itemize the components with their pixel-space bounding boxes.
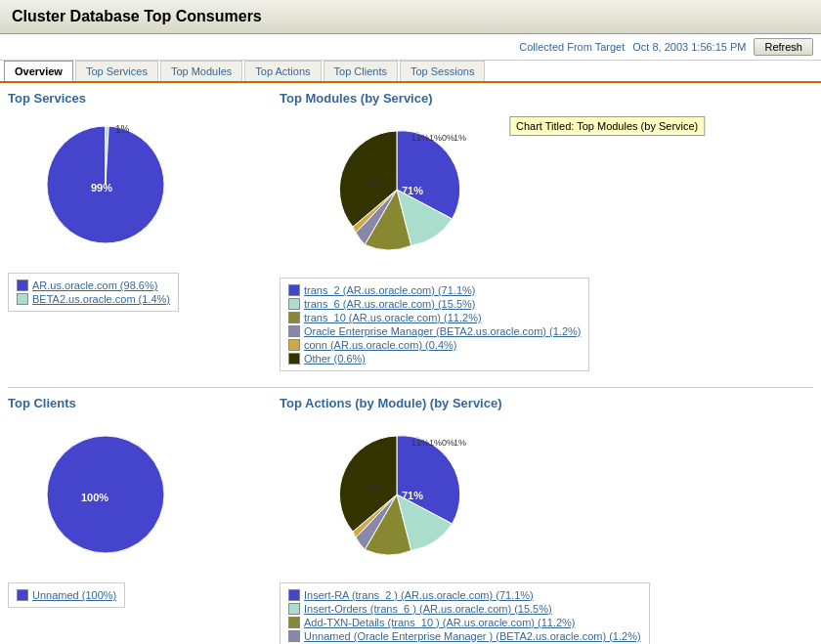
top-clients-svg: 100% — [27, 416, 184, 568]
top-services-pie: 1% 99% — [27, 111, 184, 261]
top-actions-chart-area: 11% 1% 0% 1% 16% 71% Insert-RA (trans_2 … — [280, 416, 813, 644]
legend-item-unnamed-oem[interactable]: Unnamed (Oracle Enterprise Manager ) (BE… — [288, 630, 641, 642]
svg-text:99%: 99% — [91, 182, 112, 193]
svg-text:71%: 71% — [402, 490, 423, 501]
legend-color-trans10 — [288, 312, 300, 323]
top-clients-chart-area: 100% Unnamed (100%) — [8, 416, 264, 608]
top-actions-pie: 11% 1% 0% 1% 16% 71% — [299, 416, 495, 571]
legend-color-insert-orders — [288, 603, 300, 615]
legend-label-beta2: BETA2.us.oracle.com (1.4%) — [32, 293, 170, 305]
top-actions-svg: 11% 1% 0% 1% 16% 71% — [299, 416, 495, 568]
bottom-row: Top Clients 100% Unnamed (100%) To — [8, 396, 813, 644]
legend-item-other-modules[interactable]: Other (0.6%) — [288, 353, 581, 365]
top-row: Top Services 1% 99% — [8, 91, 813, 379]
legend-color-unnamed — [17, 589, 28, 601]
top-modules-tooltip: Chart Titled: Top Modules (by Service) — [509, 116, 705, 136]
page-title: Cluster Database Top Consumers — [12, 8, 262, 24]
collected-value: Oct 8, 2003 1:56:15 PM — [632, 41, 746, 53]
top-modules-legend: trans_2 (AR.us.oracle.com) (71.1%) trans… — [280, 278, 589, 371]
svg-text:1%: 1% — [429, 133, 442, 143]
legend-label-insert-orders: Insert-Orders (trans_6 ) (AR.us.oracle.c… — [304, 603, 552, 615]
legend-label-other-modules: Other (0.6%) — [304, 353, 366, 365]
svg-text:16%: 16% — [367, 482, 385, 492]
top-services-chart-area: 1% 99% AR.us.oracle.com (98.6%) BETA2.us… — [8, 111, 264, 312]
top-services-svg: 1% 99% — [27, 111, 184, 258]
legend-item-trans2[interactable]: trans_2 (AR.us.oracle.com) (71.1%) — [288, 284, 581, 296]
legend-color-conn — [288, 339, 300, 351]
legend-color-unnamed-oem — [288, 630, 300, 642]
top-modules-title: Top Modules (by Service) — [280, 91, 813, 106]
tab-top-modules[interactable]: Top Modules — [160, 61, 242, 81]
top-clients-section: Top Clients 100% Unnamed (100%) — [8, 396, 272, 644]
svg-text:71%: 71% — [402, 185, 423, 196]
legend-color-oem — [288, 325, 300, 337]
tab-top-services[interactable]: Top Services — [75, 61, 158, 81]
legend-item-insert-orders[interactable]: Insert-Orders (trans_6 ) (AR.us.oracle.c… — [288, 603, 641, 615]
divider — [8, 387, 813, 388]
legend-color-trans6 — [288, 298, 300, 310]
top-actions-section: Top Actions (by Module) (by Service) — [272, 396, 813, 644]
legend-color-other-modules — [288, 353, 300, 365]
top-clients-legend: Unnamed (100%) — [8, 582, 125, 608]
legend-item-unnamed[interactable]: Unnamed (100%) — [17, 589, 116, 601]
top-clients-pie: 100% — [27, 416, 184, 571]
legend-label-add-txn: Add-TXN-Details (trans_10 ) (AR.us.oracl… — [304, 617, 576, 628]
tab-overview[interactable]: Overview — [4, 61, 73, 81]
legend-label-insert-ra: Insert-RA (trans_2 ) (AR.us.oracle.com) … — [304, 589, 534, 601]
legend-item-ar[interactable]: AR.us.oracle.com (98.6%) — [17, 279, 170, 291]
legend-item-trans6[interactable]: trans_6 (AR.us.oracle.com) (15.5%) — [288, 298, 581, 310]
page-header: Cluster Database Top Consumers — [0, 0, 821, 34]
top-actions-title: Top Actions (by Module) (by Service) — [280, 396, 813, 410]
nav-tabs: Overview Top Services Top Modules Top Ac… — [0, 61, 821, 83]
top-modules-svg: 11% 1% 0% 1% 16% 71% — [299, 111, 495, 263]
legend-item-oem[interactable]: Oracle Enterprise Manager (BETA2.us.orac… — [288, 325, 581, 337]
legend-item-insert-ra[interactable]: Insert-RA (trans_2 ) (AR.us.oracle.com) … — [288, 589, 641, 601]
top-modules-chart-area: 11% 1% 0% 1% 16% 71% Chart Titled: Top M… — [280, 111, 813, 371]
svg-text:100%: 100% — [81, 492, 108, 503]
svg-text:1%: 1% — [429, 438, 442, 448]
svg-text:16%: 16% — [367, 177, 385, 187]
svg-text:11%: 11% — [411, 133, 429, 143]
tab-top-sessions[interactable]: Top Sessions — [400, 61, 485, 81]
svg-text:1%: 1% — [454, 438, 466, 448]
collected-label: Collected From Target — [519, 41, 625, 53]
tab-top-actions[interactable]: Top Actions — [244, 61, 321, 81]
legend-label-trans10: trans_10 (AR.us.oracle.com) (11.2%) — [304, 312, 482, 323]
legend-item-trans10[interactable]: trans_10 (AR.us.oracle.com) (11.2%) — [288, 312, 581, 323]
top-services-section: Top Services 1% 99% — [8, 91, 272, 379]
legend-label-conn: conn (AR.us.oracle.com) (0.4%) — [304, 339, 457, 351]
svg-text:1%: 1% — [454, 133, 466, 143]
refresh-button[interactable]: Refresh — [754, 38, 813, 56]
svg-text:11%: 11% — [411, 438, 429, 448]
legend-label-ar: AR.us.oracle.com (98.6%) — [32, 279, 157, 291]
legend-label-unnamed-oem: Unnamed (Oracle Enterprise Manager ) (BE… — [304, 630, 641, 642]
legend-label-oem: Oracle Enterprise Manager (BETA2.us.orac… — [304, 325, 581, 337]
top-modules-section: Top Modules (by Service) — [272, 91, 813, 379]
legend-color-beta2 — [17, 293, 28, 305]
legend-color-insert-ra — [288, 589, 300, 601]
top-modules-pie: 11% 1% 0% 1% 16% 71% Chart Titled: Top M… — [299, 111, 495, 266]
info-bar: Collected From Target Oct 8, 2003 1:56:1… — [0, 34, 821, 61]
top-services-legend: AR.us.oracle.com (98.6%) BETA2.us.oracle… — [8, 273, 179, 312]
legend-color-ar — [17, 279, 28, 291]
legend-item-beta2[interactable]: BETA2.us.oracle.com (1.4%) — [17, 293, 170, 305]
top-services-title: Top Services — [8, 91, 264, 106]
legend-label-trans2: trans_2 (AR.us.oracle.com) (71.1%) — [304, 284, 475, 296]
legend-color-trans2 — [288, 284, 300, 296]
legend-label-unnamed: Unnamed (100%) — [32, 589, 116, 601]
legend-label-trans6: trans_6 (AR.us.oracle.com) (15.5%) — [304, 298, 475, 310]
legend-item-add-txn[interactable]: Add-TXN-Details (trans_10 ) (AR.us.oracl… — [288, 617, 641, 628]
tab-top-clients[interactable]: Top Clients — [324, 61, 398, 81]
content: Top Services 1% 99% — [0, 83, 821, 644]
top-clients-title: Top Clients — [8, 396, 264, 410]
svg-text:1%: 1% — [115, 124, 130, 135]
top-actions-legend: Insert-RA (trans_2 ) (AR.us.oracle.com) … — [280, 582, 650, 644]
legend-item-conn[interactable]: conn (AR.us.oracle.com) (0.4%) — [288, 339, 581, 351]
legend-color-add-txn — [288, 617, 300, 628]
